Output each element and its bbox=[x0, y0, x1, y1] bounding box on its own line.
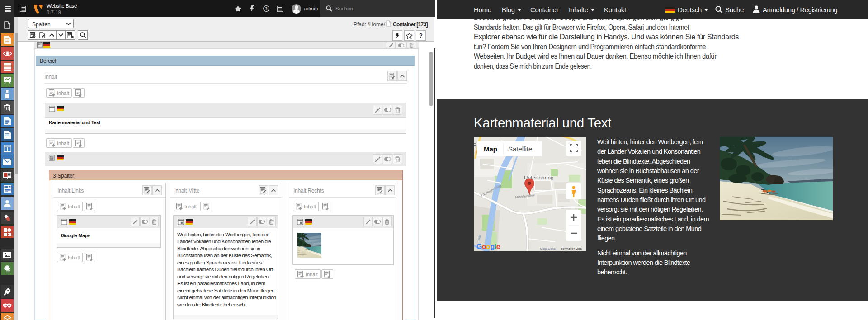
svg-text:?: ? bbox=[265, 6, 268, 11]
svg-text:Map: Map bbox=[484, 145, 497, 153]
svg-text:Map Data: Map Data bbox=[540, 247, 556, 251]
svg-text:Terms of Use: Terms of Use bbox=[561, 247, 582, 251]
svg-text:R: R bbox=[474, 142, 476, 148]
svg-text:Google: Google bbox=[476, 243, 500, 250]
svg-text:Satellite: Satellite bbox=[508, 145, 532, 153]
